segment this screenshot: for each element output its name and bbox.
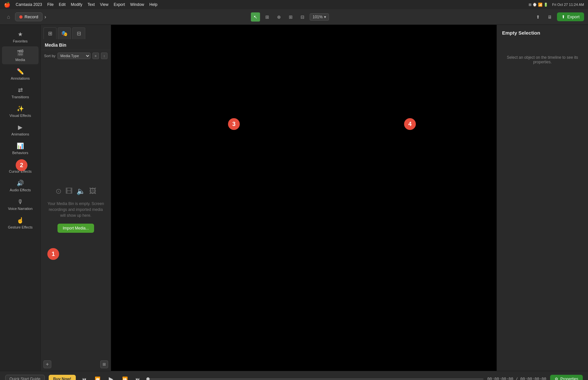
play-button[interactable]: ▶ [106, 374, 116, 380]
library-tab-icon: 🎭 [61, 30, 68, 37]
step-forward-button[interactable]: ⏩ [120, 374, 129, 380]
record-button[interactable]: Record [15, 12, 42, 21]
grid-tool-button[interactable]: ⊟ [298, 12, 307, 22]
menu-text[interactable]: Text [88, 2, 95, 7]
menu-help[interactable]: Help [149, 2, 157, 7]
sidebar-item-favorites[interactable]: ★ Favorites [2, 28, 39, 46]
gesture-effects-icon: ☝ [16, 216, 24, 224]
zoom-control[interactable]: 101% ▾ [310, 13, 329, 21]
sidebar-label-favorites: Favorites [13, 39, 27, 43]
badge-2: 2 [16, 159, 27, 171]
scrubber-track[interactable] [146, 378, 483, 380]
panel-tabs: ⊞ 🎭 ⊟ [41, 25, 111, 39]
menu-file[interactable]: File [47, 2, 54, 7]
annotations-icon: ✏️ [16, 68, 24, 75]
sidebar-item-media[interactable]: 🎬 Media [2, 46, 39, 64]
scrubber[interactable] [146, 378, 483, 380]
quick-start-button[interactable]: Quick Start Guide [5, 375, 45, 380]
favorites-icon: ★ [16, 30, 24, 38]
step-back-button[interactable]: ⏪ [93, 374, 102, 380]
voice-narration-icon: 🎙 [16, 198, 24, 206]
sidebar-label-animations: Animations [11, 132, 29, 136]
sort-desc-button[interactable]: ↕ [101, 53, 107, 59]
sidebar-label-visual-effects: Visual Effects [9, 114, 31, 118]
select-tool-button[interactable]: ↖ [251, 12, 260, 22]
sidebar-item-transitions[interactable]: ⇄ Transitions [2, 84, 39, 102]
properties-btn-label: Properties [560, 377, 578, 380]
zoom-tool-button[interactable]: ⊞ [286, 12, 295, 22]
badge-3: 3 [228, 118, 240, 130]
transport-bar: Quick Start Guide Buy Now! ⏮ ⏪ ▶ ⏩ ⏭ 00:… [0, 371, 588, 380]
badge-1: 1 [47, 248, 59, 260]
themes-tab-icon: ⊟ [77, 30, 81, 37]
buy-now-button[interactable]: Buy Now! [49, 375, 76, 380]
sidebar-label-annotations: Annotations [11, 76, 30, 80]
sidebar-item-behaviors[interactable]: 📊 Behaviors [2, 139, 39, 157]
annotate-tool-button[interactable]: ⊕ [274, 12, 284, 22]
film-type-icon: 🎞 [65, 187, 73, 196]
add-media-button[interactable]: + [43, 360, 51, 368]
sort-label: Sort by [44, 54, 56, 58]
time-total: 00:00:00;00 [520, 377, 546, 380]
sidebar-item-animations[interactable]: ▶ Animations [2, 121, 39, 139]
sort-asc-button[interactable]: ≡ [92, 53, 99, 59]
breadcrumb-chevron: › [44, 14, 46, 20]
panel-header: Media Bin [41, 39, 111, 50]
menu-export[interactable]: Export [114, 2, 125, 7]
sidebar-label-behaviors: Behaviors [12, 151, 28, 155]
audio-type-icon: 🔈 [76, 187, 85, 196]
sidebar-item-annotations[interactable]: ✏️ Annotations [2, 65, 39, 83]
sidebar-label-audio-effects: Audio Effects [10, 188, 31, 192]
time-display: 00:00:00;00 / 00:00:00;00 [487, 377, 547, 380]
sidebar-item-audio-effects[interactable]: 🔊 Audio Effects [2, 177, 39, 195]
panel-sort-row: Sort by Media Type ≡ ↕ [41, 50, 111, 62]
export-button[interactable]: ⬆ Export [557, 12, 584, 21]
gear-icon: ⚙ [555, 377, 558, 380]
import-media-button[interactable]: Import Media... [57, 224, 94, 233]
image-type-icon: 🖼 [89, 187, 96, 196]
panel-tab-media[interactable]: ⊞ [43, 27, 57, 39]
sidebar-item-gesture-effects[interactable]: ☝ Gesture Effects [2, 214, 39, 232]
properties-panel-button[interactable]: ⚙ Properties [550, 375, 583, 380]
share-icon[interactable]: ⬆ [533, 12, 543, 22]
sidebar-label-transitions: Transitions [11, 95, 29, 99]
grid-view-button[interactable]: ⊞ [100, 360, 108, 368]
crop-tool-button[interactable]: ⊞ [263, 12, 272, 22]
behaviors-icon: 📊 [16, 142, 24, 150]
sidebar-item-voice-narration[interactable]: 🎙 Voice Narration [2, 195, 39, 213]
sidebar-item-visual-effects[interactable]: ✨ Visual Effects [2, 102, 39, 120]
panel-tab-themes[interactable]: ⊟ [72, 27, 85, 39]
properties-title: Empty Selection [502, 30, 583, 36]
datetime: Fri Oct 27 11:24 AM [552, 3, 584, 7]
sidebar: ★ Favorites 🎬 Media ✏️ Annotations ⇄ Tra… [0, 25, 41, 371]
scrubber-thumb[interactable] [146, 377, 150, 380]
media-bin-content: ⊙ 🎞 🔈 🖼 Your Media Bin is empty. Screen … [41, 62, 111, 358]
home-icon[interactable]: ⌂ [4, 12, 13, 22]
record-label: Record [24, 14, 38, 19]
monitor-icon[interactable]: 🖥 [545, 12, 554, 22]
export-label: Export [567, 14, 580, 19]
sort-select[interactable]: Media Type [57, 53, 90, 59]
media-type-icons: ⊙ 🎞 🔈 🖼 [56, 187, 96, 196]
menubar-right: ⊞ ⌚ 📶 🔋 Fri Oct 27 11:24 AM [529, 3, 584, 7]
menu-window[interactable]: Window [130, 2, 144, 7]
menu-app[interactable]: Camtasia 2023 [16, 2, 42, 7]
rewind-button[interactable]: ⏮ [80, 374, 89, 380]
fast-forward-button[interactable]: ⏭ [133, 374, 142, 380]
zoom-chevron-icon: ▾ [324, 15, 326, 19]
video-type-icon: ⊙ [56, 187, 61, 196]
record-dot [19, 15, 23, 19]
audio-effects-icon: 🔊 [16, 179, 24, 187]
panel-tab-library[interactable]: 🎭 [58, 27, 71, 39]
menubar: 🍎 Camtasia 2023 File Edit Modify Text Vi… [0, 0, 588, 9]
apple-menu[interactable]: 🍎 [4, 2, 10, 8]
menu-edit[interactable]: Edit [59, 2, 66, 7]
menu-view[interactable]: View [100, 2, 108, 7]
preview-area [111, 25, 497, 371]
sidebar-label-gesture-effects: Gesture Effects [8, 225, 33, 229]
sidebar-label-media: Media [15, 58, 25, 62]
menu-modify[interactable]: Modify [71, 2, 82, 7]
time-current: 00:00:00;00 [487, 377, 513, 380]
media-bin-empty-text: Your Media Bin is empty. Screen recordin… [47, 201, 104, 218]
toolbar: ⌂ Record › ↖ ⊞ ⊕ ⊞ ⊟ 101% ▾ ⬆ 🖥 ⬆ Export [0, 9, 588, 25]
